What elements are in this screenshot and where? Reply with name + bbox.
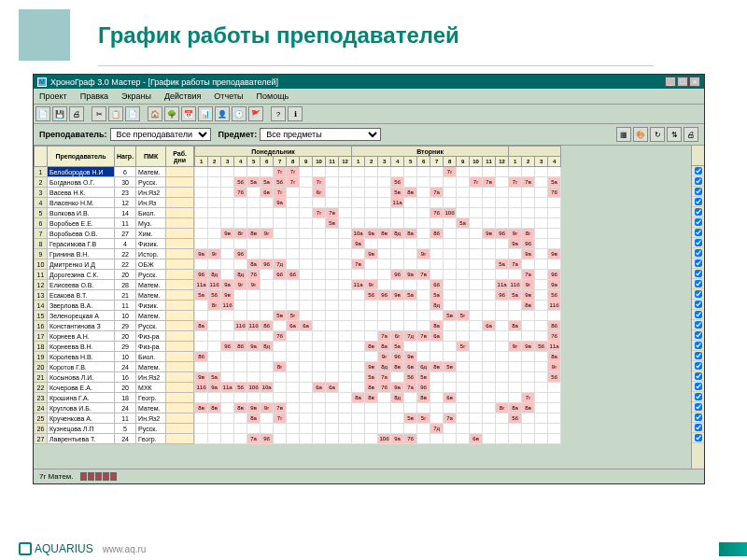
row-check[interactable]	[692, 187, 704, 197]
home-icon[interactable]: 🏠	[148, 106, 162, 121]
teacher-row[interactable]: 3Васева Н.К.23Ин.Яз2	[35, 188, 194, 198]
file-icon[interactable]: 📄	[35, 106, 50, 121]
teacher-row[interactable]: 26Кузнецова Л.П5Русск.	[35, 424, 194, 434]
grid-row[interactable]: 11б9а11а5б10б10а6а6а8в7б9а7а9б	[195, 383, 561, 393]
row-check[interactable]	[692, 341, 704, 351]
grid-row[interactable]: 8г11б8д8в11б	[195, 301, 561, 311]
row-check[interactable]	[692, 320, 704, 330]
teacher-row[interactable]: 6Воробьев Е.Е.11Муз.	[35, 218, 194, 229]
row-check[interactable]	[692, 259, 704, 269]
grid-row[interactable]: 7г7г7г	[195, 167, 561, 177]
teacher-row[interactable]: 13Есакова В.Т.21Матем.	[35, 290, 194, 301]
flag-icon[interactable]: 🚩	[248, 106, 263, 121]
row-check[interactable]	[692, 166, 704, 176]
row-check[interactable]	[692, 279, 704, 289]
grid-row[interactable]: 9а9а9б	[195, 239, 561, 249]
row-check[interactable]	[692, 330, 704, 341]
filter-sort-icon[interactable]: ⇅	[667, 127, 682, 142]
grid-row[interactable]: 7д	[195, 424, 561, 434]
menu-2[interactable]: Экраны	[118, 91, 155, 102]
cut-icon[interactable]: ✂	[92, 106, 106, 121]
teacher-row[interactable]: 7Воробьева О.В.27Хим.	[35, 229, 194, 239]
paste-icon[interactable]: 📄	[125, 106, 140, 121]
teacher-filter-select[interactable]: Все преподаватели	[110, 128, 211, 141]
teacher-row[interactable]: 23Крошина Г.А.18Геогр.	[35, 393, 194, 403]
teacher-row[interactable]: 25Крученкова А.11Ин.Яз2	[35, 413, 194, 424]
row-check[interactable]	[692, 433, 704, 443]
grid-row[interactable]: 7б6в7г6г5в8в7а7б	[195, 188, 561, 198]
row-check[interactable]	[692, 392, 704, 402]
menu-5[interactable]: Помощь	[252, 91, 292, 102]
menu-1[interactable]: Правка	[77, 91, 112, 102]
grid-row[interactable]: 9в8г8в9г10а9а8в8д8а8б9в9б9г8г	[195, 229, 561, 239]
teacher-row[interactable]: 15Зеленорецкая А10Матем.	[35, 311, 194, 321]
row-check[interactable]	[692, 217, 704, 228]
grid-row[interactable]: 9б8д8д7б6б6б9б9а7в7а9б	[195, 270, 561, 280]
row-check[interactable]	[692, 176, 704, 187]
grid-row[interactable]: 8а7г5в5г7а5б	[195, 413, 561, 424]
teacher-row[interactable]: 17Корнеев А.Н.20Физ-ра	[35, 331, 194, 342]
teacher-row[interactable]: 10Дмитренко И.Д22ОБЖ	[35, 259, 194, 270]
maximize-button[interactable]: □	[677, 77, 688, 87]
teacher-row[interactable]: 4Власенко Н.М.12Ин.Яз	[35, 198, 194, 208]
teacher-row[interactable]: 18Корнеева В.Н.29Физ-ра	[35, 342, 194, 352]
schedule-grid-panel[interactable]: ПонедельникВторник1234567891011121234567…	[194, 146, 691, 472]
row-check[interactable]	[692, 248, 704, 259]
teacher-row[interactable]: 14Зверлова В.А.11Физик.	[35, 301, 194, 311]
tree-icon[interactable]: 🌳	[164, 106, 179, 121]
row-check[interactable]	[692, 413, 704, 423]
grid-row[interactable]: 7г7в7б10б	[195, 208, 561, 218]
grid-row[interactable]: 8а8в8д8в6в7г	[195, 393, 561, 403]
grid-row[interactable]: 9б8б9а8д8в8а5а5г9г9в5б11а	[195, 342, 561, 352]
menu-0[interactable]: Проект	[35, 91, 71, 102]
grid-row[interactable]: 8а9б7д7в5а7а	[195, 259, 561, 270]
help-icon[interactable]: ?	[271, 106, 286, 121]
teacher-row[interactable]: 22Кочерова Е.А.20МХК	[35, 383, 194, 393]
menu-3[interactable]: Действия	[161, 91, 204, 102]
filter-refresh-icon[interactable]: ↻	[650, 127, 665, 142]
grid-row[interactable]: 9а9г9б9в9г9а9в	[195, 249, 561, 259]
teacher-row[interactable]: 9Гринина В.Н.22Истор.	[35, 249, 194, 259]
filter-grid-icon[interactable]: ▦	[616, 127, 631, 142]
teacher-row[interactable]: 5Волкова И.В.14Биол.	[35, 208, 194, 218]
grid-row[interactable]: 9а11а	[195, 198, 561, 208]
row-check[interactable]	[692, 197, 704, 207]
grid-row[interactable]: 9в5а5а7а5б5в5б	[195, 372, 561, 383]
grid-row[interactable]: 8в8в8в9в9г7в8г8а8в	[195, 403, 561, 413]
grid-row[interactable]: 7а9б10б9а7б6в	[195, 434, 561, 444]
row-check[interactable]	[692, 207, 704, 217]
subject-filter-select[interactable]: Все предметы	[260, 128, 381, 141]
grid-row[interactable]: 5в5а	[195, 218, 561, 229]
copy-icon[interactable]: 📋	[108, 106, 123, 121]
grid-row[interactable]: 7б7а6г7д7в6а7б	[195, 331, 561, 342]
teacher-row[interactable]: 2Богданова О.Г.30Русск.	[35, 177, 194, 188]
grid-row[interactable]: 5а5б9в5б9б9в5а5а9б5а9в5б	[195, 290, 561, 301]
clock-icon[interactable]: 🕐	[232, 106, 247, 121]
grid-row[interactable]: 5в5г5в5г	[195, 311, 561, 321]
schedule-grid[interactable]: ПонедельникВторник1234567891011121234567…	[194, 146, 561, 444]
grid-row[interactable]: 8б9г9б9в8а	[195, 352, 561, 362]
row-check[interactable]	[692, 269, 704, 279]
row-check[interactable]	[692, 351, 704, 361]
grid-row[interactable]: 5б5а5а5б7г7г5б7г7в7г7в5а	[195, 177, 561, 188]
minimize-button[interactable]: _	[665, 77, 676, 87]
teacher-row[interactable]: 21Косынова Л.И.16Ин.Яз2	[35, 372, 194, 383]
save-icon[interactable]: 💾	[52, 106, 67, 121]
teacher-row[interactable]: 16Константинова З29Русск.	[35, 321, 194, 331]
row-check[interactable]	[692, 228, 704, 238]
row-check[interactable]	[692, 238, 704, 248]
filter-color-icon[interactable]: 🎨	[633, 127, 648, 142]
teacher-row[interactable]: 1Белобородов Н.И6Матем.	[35, 167, 194, 177]
print-icon[interactable]: 🖨	[69, 106, 84, 121]
teacher-row[interactable]: 12Елисеева О.В.28Матем.	[35, 280, 194, 290]
close-button[interactable]: ×	[689, 77, 700, 87]
row-check[interactable]	[692, 310, 704, 320]
person-icon[interactable]: 👤	[215, 106, 230, 121]
grid-row[interactable]: 11а11б9а9г9г11а9г6б11а11б9г9а	[195, 280, 561, 290]
menu-4[interactable]: Отчеты	[210, 91, 247, 102]
about-icon[interactable]: ℹ	[288, 106, 303, 121]
row-check[interactable]	[692, 402, 704, 413]
filter-print-icon[interactable]: 🖨	[684, 127, 698, 142]
teacher-row[interactable]: 11Дорогезина С.К.20Русск.	[35, 270, 194, 280]
row-check[interactable]	[692, 423, 704, 433]
